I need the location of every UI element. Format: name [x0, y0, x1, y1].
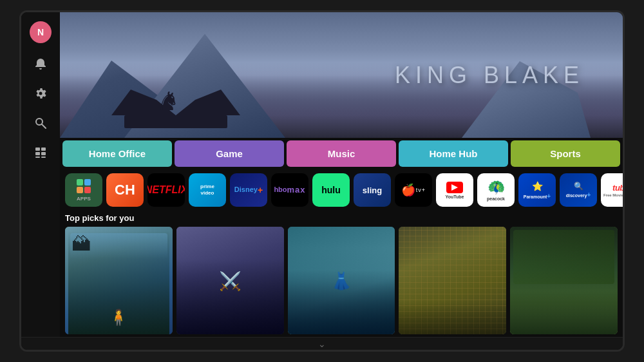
search-icon[interactable] — [32, 114, 50, 132]
hero-title: KING BLAKE — [395, 62, 584, 89]
app-apple-tv[interactable]: 🍎 tv+ — [395, 173, 432, 207]
tv-bottom-chevron: ⌄ — [318, 339, 326, 349]
picks-row: 🧍 ⚔️ 👗 — [65, 227, 618, 334]
pick-card-5[interactable] — [510, 227, 618, 334]
app-ch[interactable]: CH — [106, 173, 144, 207]
user-avatar[interactable]: N — [30, 21, 52, 43]
tab-music[interactable]: Music — [287, 140, 396, 167]
app-discovery-plus[interactable]: 🔍 discovery+ — [560, 173, 597, 207]
app-netflix[interactable]: NETFLIX — [147, 173, 185, 207]
app-hulu[interactable]: hulu — [312, 173, 350, 207]
pick-card-2[interactable]: ⚔️ — [176, 227, 284, 334]
tab-home-hub[interactable]: Home Hub — [399, 140, 508, 167]
app-tubi[interactable]: tubi Free Movies & TV — [601, 173, 623, 207]
tv-screen: N — [21, 12, 623, 337]
category-tabs: Home Office Game Music Home Hub Sports — [60, 138, 623, 169]
app-hbo-max[interactable]: hbomax — [271, 173, 308, 207]
app-youtube[interactable]: YouTube — [436, 173, 473, 207]
svg-rect-3 — [41, 148, 46, 151]
settings-icon[interactable] — [32, 84, 50, 102]
app-all-apps[interactable]: APPS — [65, 173, 102, 207]
svg-rect-6 — [35, 157, 40, 158]
apps-row: APPS CH NETFLIX primevideo Disney+ — [60, 169, 623, 211]
tv-frame: N — [19, 10, 625, 352]
main-content: KING BLAKE Home Office Game Music Home H… — [60, 12, 623, 337]
svg-rect-5 — [41, 152, 46, 155]
app-sling[interactable]: sling — [354, 173, 391, 207]
pick-card-1[interactable]: 🧍 — [65, 227, 173, 334]
sidebar: N — [21, 12, 60, 337]
tab-home-office[interactable]: Home Office — [62, 140, 172, 167]
pick-card-4[interactable] — [399, 227, 506, 334]
svg-line-1 — [42, 124, 46, 128]
app-prime-video[interactable]: primevideo — [189, 173, 226, 207]
hero-banner: KING BLAKE — [60, 12, 623, 138]
app-peacock[interactable]: 🦚 peacock — [477, 173, 515, 207]
tab-sports[interactable]: Sports — [511, 140, 620, 167]
notification-icon[interactable] — [32, 55, 50, 73]
grid-icon[interactable] — [32, 144, 50, 162]
svg-rect-2 — [35, 148, 40, 151]
picks-section-title: Top picks for you — [65, 213, 618, 223]
rider-silhouette — [156, 86, 176, 115]
svg-rect-4 — [35, 152, 40, 155]
tv-bottom-bar: ⌄ — [21, 337, 623, 350]
picks-section: Top picks for you 🧍 ⚔️ — [60, 211, 623, 337]
svg-rect-7 — [41, 157, 46, 158]
pick-card-3[interactable]: 👗 — [288, 227, 395, 334]
app-disney-plus[interactable]: Disney+ — [230, 173, 267, 207]
app-paramount-plus[interactable]: ⭐ Paramount+ — [518, 173, 556, 207]
tab-game[interactable]: Game — [175, 140, 284, 167]
